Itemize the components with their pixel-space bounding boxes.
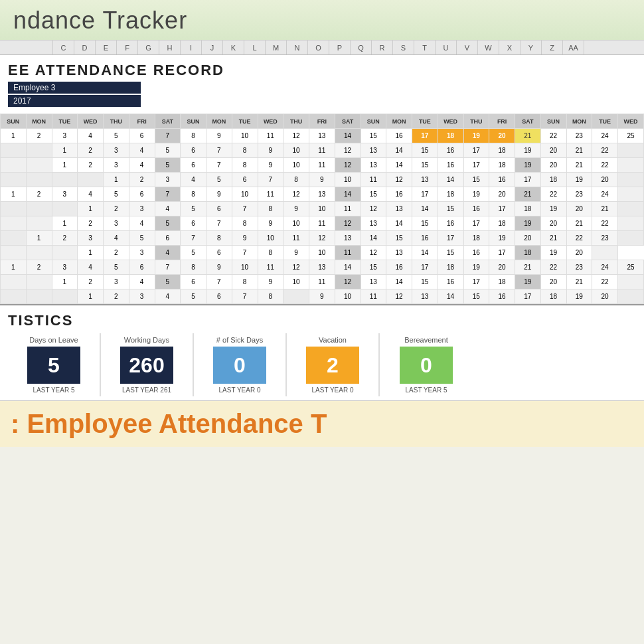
day-header-sun-4: SUN	[540, 114, 566, 129]
calendar-cell	[1, 216, 27, 231]
calendar-cell: 6	[206, 246, 232, 260]
calendar-cell: 1	[78, 246, 104, 260]
bottom-banner-text: : Employee Attendance T	[11, 409, 327, 439]
employee-name-value[interactable]: Employee 3	[8, 82, 141, 94]
calendar-cell: 14	[386, 143, 412, 158]
calendar-cell: 12	[335, 143, 361, 158]
calendar-cell: 9	[258, 158, 283, 173]
calendar-cell: 11	[309, 216, 335, 231]
calendar-cell: 9	[258, 275, 283, 289]
day-header-tue-2: TUE	[232, 114, 258, 129]
calendar-cell: 10	[335, 173, 361, 187]
calendar-cell	[1, 143, 27, 158]
calendar-cell	[52, 246, 78, 260]
title-bar: ndance Tracker	[0, 0, 644, 40]
calendar-cell: 19	[540, 202, 566, 216]
day-header-mon-1: MON	[26, 114, 52, 129]
calendar-cell: 15	[438, 246, 463, 260]
calendar-cell: 18	[438, 129, 463, 143]
calendar-cell	[618, 216, 644, 231]
day-header-wed-3: WED	[438, 114, 463, 129]
calendar-cell: 9	[283, 202, 309, 216]
calendar-cell: 12	[386, 289, 412, 304]
calendar-cell: 22	[592, 275, 618, 289]
calendar-cell: 7	[155, 129, 181, 143]
calendar-cell: 22	[540, 187, 566, 202]
calendar-cell: 18	[438, 260, 463, 275]
calendar-cell	[618, 158, 644, 173]
calendar-cell: 5	[104, 260, 129, 275]
calendar-cell: 11	[309, 158, 335, 173]
calendar-cell: 5	[181, 246, 206, 260]
table-row: 12345678910111213141516171819202122	[1, 275, 644, 289]
calendar-cell: 18	[463, 231, 489, 246]
calendar-cell: 16	[489, 289, 515, 304]
calendar-cell: 4	[129, 143, 155, 158]
calendar-cell: 13	[309, 260, 335, 275]
calendar-cell: 17	[412, 260, 438, 275]
calendar-cell: 13	[361, 275, 386, 289]
calendar-cell: 12	[283, 187, 309, 202]
calendar-cell: 8	[206, 231, 232, 246]
calendar-cell: 3	[104, 275, 129, 289]
calendar-cell: 1	[104, 173, 129, 187]
calendar-cell	[618, 173, 644, 187]
calendar-cell: 2	[26, 129, 52, 143]
day-header-tue-1: TUE	[52, 114, 78, 129]
stat-block-4: Bereavement0LAST YEAR 5	[380, 333, 473, 396]
calendar-cell: 7	[232, 202, 258, 216]
calendar-cell: 13	[386, 246, 412, 260]
calendar-cell: 6	[206, 289, 232, 304]
col-header-h: H	[159, 40, 181, 54]
calendar-cell: 14	[438, 173, 463, 187]
calendar-cell: 8	[181, 260, 206, 275]
day-header-sat-3: SAT	[515, 114, 541, 129]
col-header-m: M	[266, 40, 287, 54]
stat-last-year-2: LAST YEAR 0	[219, 386, 261, 394]
calendar-cell: 18	[515, 246, 541, 260]
calendar-cell: 13	[361, 216, 386, 231]
calendar-cell: 18	[489, 275, 515, 289]
calendar-cell: 2	[78, 275, 104, 289]
calendar-cell: 3	[104, 158, 129, 173]
calendar-cell: 19	[463, 187, 489, 202]
col-header-i: I	[181, 40, 202, 54]
stat-label-0: Days on Leave	[29, 336, 78, 344]
calendar-cell: 20	[540, 158, 566, 173]
col-header-c: C	[53, 40, 74, 54]
year-value[interactable]: 2017	[8, 95, 141, 107]
stat-value-box-2: 0	[213, 347, 266, 384]
calendar-cell	[26, 202, 52, 216]
calendar-cell: 3	[104, 143, 129, 158]
calendar-cell: 16	[412, 231, 438, 246]
col-header-x: X	[499, 40, 521, 54]
bottom-banner: : Employee Attendance T	[0, 401, 644, 447]
calendar-cell: 24	[592, 260, 618, 275]
calendar-cell: 12	[335, 275, 361, 289]
calendar-cell: 22	[592, 216, 618, 231]
calendar-cell: 19	[515, 275, 541, 289]
col-header-r: R	[372, 40, 393, 54]
calendar-cell: 16	[489, 173, 515, 187]
calendar-cell: 8	[181, 187, 206, 202]
stat-value-box-4: 0	[400, 347, 453, 384]
table-row: 1234567891011121314151617181920	[1, 289, 644, 304]
app-title: ndance Tracker	[13, 7, 631, 35]
calendar-cell: 14	[412, 202, 438, 216]
calendar-cell: 18	[489, 158, 515, 173]
calendar-cell	[283, 289, 309, 304]
calendar-cell: 14	[335, 129, 361, 143]
calendar-cell: 2	[26, 187, 52, 202]
calendar-cell: 11	[361, 289, 386, 304]
calendar-cell: 20	[592, 173, 618, 187]
stats-row: Days on Leave5LAST YEAR 5Working Days260…	[8, 333, 636, 396]
calendar-cell: 12	[283, 260, 309, 275]
calendar-cell: 12	[283, 129, 309, 143]
calendar-cell: 9	[206, 260, 232, 275]
table-row: 1234567891011121314151617181920	[1, 246, 644, 260]
calendar-cell: 17	[515, 289, 541, 304]
calendar-cell	[618, 143, 644, 158]
col-header-l: L	[244, 40, 266, 54]
calendar-cell: 18	[489, 143, 515, 158]
table-row: 12345678910111213141516171819202122	[1, 143, 644, 158]
